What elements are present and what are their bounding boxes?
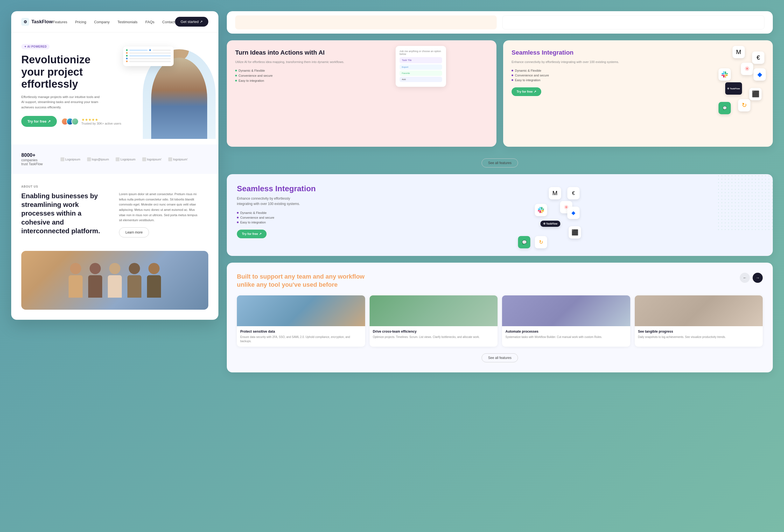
nav-arrows: ← → [740, 273, 763, 283]
avatar-3 [72, 118, 79, 125]
ui-row-2 [126, 52, 171, 54]
card-info-3: Automate processes Systematize tasks wit… [502, 326, 630, 342]
ui-row-1 [126, 49, 171, 51]
trust-text: Trusted by 30K+ active users [82, 122, 121, 125]
figure-2 [88, 263, 102, 298]
nav-testimonials[interactable]: Testimonials [118, 20, 138, 24]
feature-grid: Protect sensitive data Ensure data secur… [237, 296, 763, 347]
company-logo-5: logoipsum' [168, 157, 188, 161]
taskflow-badge: ⚙ TaskFlow [540, 221, 560, 227]
learn-more-button[interactable]: Learn more [119, 227, 149, 237]
tag-3: Easy to integration [235, 79, 488, 82]
about-left: Enabling businesses by streamlining work… [21, 192, 111, 240]
about-title: Enabling businesses by streamlining work… [21, 192, 111, 235]
ai-card-tags: Dynamic & Flexible Convenience and secur… [235, 69, 488, 82]
about-body: Lorem ipsum dolor sit amet consectetur. … [119, 192, 200, 223]
top-partial-area [227, 11, 773, 34]
right-top-row: Turn Ideas into Actions with AI Utilize … [227, 40, 773, 147]
dropbox-icon: ◆ [754, 68, 766, 81]
chat-icon-2: 💬 [518, 236, 530, 248]
team-photo [21, 251, 208, 310]
ui-row-4 [126, 58, 171, 59]
integration-section: Seamless Integration Enhance connectivit… [227, 174, 773, 256]
company-logo-2: logo@ipsum [87, 157, 109, 161]
team-photo-overlay [21, 251, 208, 310]
slack-icon-2 [535, 204, 547, 216]
chat-icon: 💬 [719, 102, 731, 114]
gmail-icon-2: M [549, 187, 561, 199]
company-logo-1: Logoipsum [60, 157, 80, 161]
integration-description: Enhance connectivity by effortlessly int… [237, 196, 304, 207]
slack-icon [719, 68, 731, 81]
company-logos: Logoipsum logo@ipsum Logoipsum logoipsum… [60, 157, 208, 161]
partial-card-yellow [235, 16, 497, 29]
integration-try-free-button[interactable]: Try for free ↗ [511, 87, 541, 96]
nav-features[interactable]: Features [53, 20, 67, 24]
taskflow-icon: ⚙ TaskFlow [725, 82, 742, 95]
see-all-features-button[interactable]: See all features [482, 159, 518, 167]
logo-text: TaskFlow [31, 19, 53, 25]
card-image-4 [635, 296, 763, 326]
ai-chat-mockup: Ask me anything or choose an option belo… [396, 46, 446, 87]
dropbox-icon-2: ◆ [567, 207, 580, 219]
ai-feature-card: Turn Ideas into Actions with AI Utilize … [227, 40, 497, 147]
next-button[interactable]: → [753, 273, 763, 283]
stars: ★★★★★ Trusted by 30K+ active users [82, 118, 121, 125]
bottom-header: Built to support any team and any workfl… [237, 273, 763, 289]
avatar-group [61, 118, 79, 125]
companies-label: 8000+ companiestrust TaskFlow [21, 152, 52, 166]
see-all-wrapper: See all features [227, 156, 773, 167]
grid-card-3: Automate processes Systematize tasks wit… [502, 296, 630, 347]
figure-3 [108, 263, 122, 298]
hero-description: Effortlessly manage projects with our in… [21, 94, 100, 110]
int-item-3: Easy to integration [237, 221, 496, 224]
tag-2: Convenience and secure [235, 74, 488, 77]
bottom-see-all-button[interactable]: See all features [482, 353, 518, 362]
tag-1: Dynamic & Flexible [235, 69, 488, 72]
gmail-icon: M [732, 46, 745, 58]
grid-card-4: See tangible progress Daily snapshots to… [635, 296, 763, 347]
bottom-section: Built to support any team and any workfl… [227, 263, 773, 372]
about-right: Lorem ipsum dolor sit amet consectetur. … [119, 192, 208, 237]
figure-4 [128, 263, 141, 298]
nav-company[interactable]: Company [94, 20, 110, 24]
ui-mockup-card [123, 47, 174, 66]
int-item-1: Dynamic & Flexible [237, 211, 496, 215]
nav-pricing[interactable]: Pricing [75, 20, 86, 24]
integration-title: Seamless Integration [237, 184, 496, 193]
figure-1 [68, 263, 83, 298]
sheets-icon-2: ⬛ [569, 226, 581, 239]
left-panel: ⚙ TaskFlow Features Pricing Company Test… [11, 11, 218, 320]
ai-card-title: Turn Ideas into Actions with AI [235, 49, 488, 57]
nav-contact[interactable]: Contact [162, 20, 175, 24]
card-info-4: See tangible progress Daily snapshots to… [635, 326, 763, 342]
company-logo-4: logoipsum' [142, 157, 162, 161]
social-proof: ★★★★★ Trusted by 30K+ active users [61, 118, 121, 125]
sheets-icon: ⬛ [749, 88, 762, 100]
sync-icon: ↻ [535, 236, 547, 248]
team-figures [68, 263, 161, 298]
person-body [151, 58, 207, 139]
logo[interactable]: ⚙ TaskFlow [21, 18, 53, 26]
integration-feature-card: Seamless Integration Enhance connectivit… [503, 40, 773, 147]
companies-section: 8000+ companiestrust TaskFlow Logoipsum … [11, 144, 218, 174]
integration-icons-area: M € ✳ ◆ ⚙ TaskFlow ⬛ 💬 ↻ [706, 46, 767, 108]
get-started-button[interactable]: Get started ↗ [175, 17, 208, 27]
ui-row-3 [126, 55, 171, 57]
integration-section-cta[interactable]: Try for free ↗ [237, 230, 267, 238]
company-logo-3: Logoipsum [116, 157, 136, 161]
about-tag: ABOUT US [21, 185, 208, 188]
nav-links: Features Pricing Company Testimonials FA… [53, 19, 175, 24]
right-panel: Turn Ideas into Actions with AI Utilize … [227, 11, 773, 372]
logo-icon: ⚙ [21, 18, 29, 26]
prev-button[interactable]: ← [740, 273, 750, 283]
try-for-free-button[interactable]: Try for free ↗ [21, 116, 57, 127]
hero-section: ✦ AI POWERED Revolutionize your project … [11, 32, 218, 139]
more-icon: ↻ [738, 99, 750, 111]
nav-faqs[interactable]: FAQs [145, 20, 155, 24]
navbar: ⚙ TaskFlow Features Pricing Company Test… [11, 11, 218, 32]
card-info-2: Drive cross-team efficiency Optimize pro… [370, 326, 498, 342]
ai-badge: ✦ AI POWERED [21, 44, 50, 49]
card-image-3 [502, 296, 630, 326]
int-item-2: Convenience and secure [237, 216, 496, 219]
